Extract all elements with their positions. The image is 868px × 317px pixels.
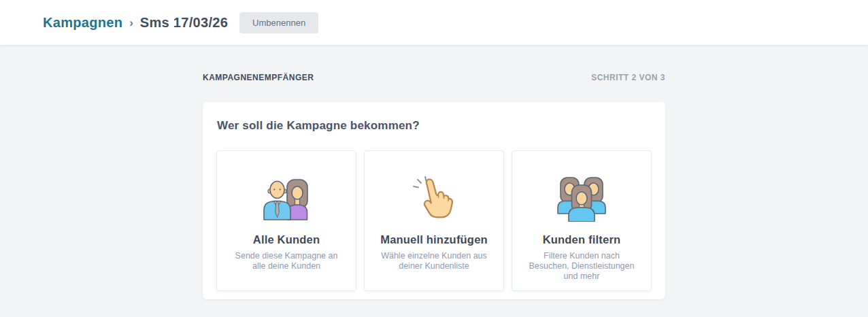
two-customers-icon: [217, 175, 356, 222]
section-label: KAMPAGNENEMPFÄNGER: [203, 73, 314, 82]
pointing-hand-icon: [365, 175, 503, 222]
breadcrumb: Kampagnen › Sms 17/03/26: [43, 15, 228, 31]
option-description: Filtere Kunden nach Besuchen, Dienstleis…: [523, 251, 640, 282]
recipient-options: Alle Kunden Sende diese Kampagne an alle…: [216, 150, 652, 291]
option-title: Alle Kunden: [217, 233, 356, 246]
option-filter-customers[interactable]: Kunden filtern Filtere Kunden nach Besuc…: [512, 150, 652, 291]
option-description: Sende diese Kampagne an alle deine Kunde…: [228, 251, 345, 271]
question-title: Wer soll die Kampagne bekommen?: [216, 119, 652, 133]
breadcrumb-current-campaign: Sms 17/03/26: [140, 15, 228, 31]
step-indicator: SCHRITT 2 VON 3: [591, 73, 665, 82]
wizard-section-row: KAMPAGNENEMPFÄNGER SCHRITT 2 VON 3: [203, 73, 665, 82]
chevron-right-icon: ›: [129, 16, 133, 30]
option-all-customers[interactable]: Alle Kunden Sende diese Kampagne an alle…: [216, 150, 356, 291]
recipient-card: Wer soll die Kampagne bekommen?: [203, 102, 665, 299]
option-title: Manuell hinzufügen: [365, 233, 503, 246]
app-header: Kampagnen › Sms 17/03/26 Umbenennen: [0, 0, 868, 45]
option-title: Kunden filtern: [512, 233, 651, 246]
breadcrumb-link-kampagnen[interactable]: Kampagnen: [43, 15, 122, 31]
customer-group-icon: [512, 175, 651, 222]
rename-button[interactable]: Umbenennen: [239, 12, 318, 33]
wizard-content: KAMPAGNENEMPFÄNGER SCHRITT 2 VON 3 Wer s…: [203, 45, 665, 299]
option-description: Wähle einzelne Kunden aus deiner Kundenl…: [375, 251, 493, 271]
option-add-manually[interactable]: Manuell hinzufügen Wähle einzelne Kunden…: [364, 150, 504, 291]
